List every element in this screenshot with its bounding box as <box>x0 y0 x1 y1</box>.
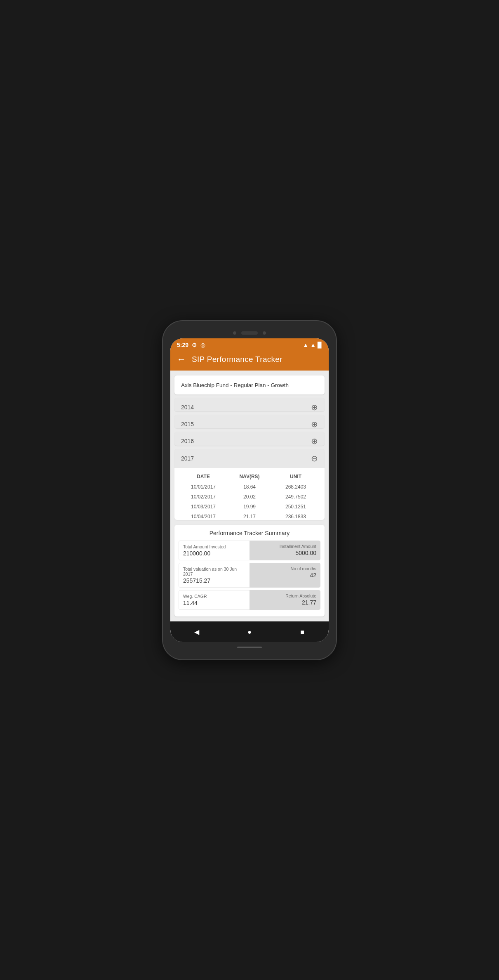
label-total-invested: Total Amount Invested <box>183 544 245 549</box>
table-row: 10/03/2017 19.99 250.1251 <box>177 502 322 512</box>
cast-icon: ◎ <box>200 342 205 348</box>
cell-nav-1: 18.64 <box>227 484 272 490</box>
app-bar: ← SIP Performance Tracker <box>170 350 329 371</box>
phone-shell: 5:29 ⚙ ◎ ▲ ▲ ▉ ← SIP Performance Tracker… <box>163 321 336 659</box>
fund-name-card: Axis Bluechip Fund - Regular Plan - Grow… <box>174 375 325 394</box>
cell-date-2: 10/02/2017 <box>181 494 226 500</box>
home-indicator <box>237 647 262 648</box>
back-button[interactable]: ← <box>177 354 186 365</box>
battery-icon: ▉ <box>318 342 322 348</box>
label-return: Return Absolute <box>254 593 316 598</box>
cell-nav-3: 19.99 <box>227 504 272 510</box>
bottom-nav: ◀ ● ■ <box>170 621 329 642</box>
value-cagr: 11.44 <box>183 600 245 606</box>
year-label-2017: 2017 <box>181 455 194 462</box>
cell-unit-3: 250.1251 <box>273 504 318 510</box>
phone-top <box>170 328 329 338</box>
status-time: 5:29 <box>177 342 188 348</box>
year-header-2017[interactable]: 2017 ⊖ <box>174 449 325 468</box>
nav-back-button[interactable]: ◀ <box>190 626 203 639</box>
year-header-2014[interactable]: 2014 ⊕ <box>174 398 325 411</box>
year-card-2015: 2015 ⊕ <box>174 415 325 428</box>
year-card-2016: 2016 ⊕ <box>174 432 325 445</box>
year-table-2017: DATE NAV(Rs) UNIT 10/01/2017 18.64 268.2… <box>174 468 325 520</box>
label-months: No of months <box>254 566 316 571</box>
table-header-row: DATE NAV(Rs) UNIT <box>177 472 322 482</box>
col-header-unit: UNIT <box>273 474 318 479</box>
fund-name-text: Axis Bluechip Fund - Regular Plan - Grow… <box>181 382 289 388</box>
cell-date-3: 10/03/2017 <box>181 504 226 510</box>
summary-cell-return: Return Absolute 21.77 <box>250 590 320 610</box>
cell-nav-4: 21.17 <box>227 514 272 520</box>
settings-icon: ⚙ <box>192 342 197 348</box>
summary-title: Performance Tracker Summary <box>179 530 320 536</box>
camera-dot <box>233 331 236 335</box>
table-row: 10/01/2017 18.64 268.2403 <box>177 482 322 492</box>
value-valuation: 255715.27 <box>183 577 245 584</box>
col-header-date: DATE <box>181 474 226 479</box>
value-total-invested: 210000.00 <box>183 550 245 557</box>
cell-nav-2: 20.02 <box>227 494 272 500</box>
expand-icon-2016: ⊕ <box>311 437 318 445</box>
value-installment: 5000.00 <box>254 550 316 556</box>
cell-date-1: 10/01/2017 <box>181 484 226 490</box>
year-label-2016: 2016 <box>181 438 194 444</box>
expand-icon-2014: ⊕ <box>311 403 318 411</box>
phone-screen: 5:29 ⚙ ◎ ▲ ▲ ▉ ← SIP Performance Tracker… <box>170 338 329 642</box>
value-return: 21.77 <box>254 599 316 606</box>
col-header-nav: NAV(Rs) <box>227 474 272 479</box>
summary-row-1: Total Amount Invested 210000.00 Installm… <box>179 541 320 560</box>
camera-dot-right <box>263 331 266 335</box>
status-bar: 5:29 ⚙ ◎ ▲ ▲ ▉ <box>170 338 329 350</box>
wifi-icon: ▲ <box>303 342 308 348</box>
year-label-2014: 2014 <box>181 404 194 411</box>
nav-recent-button[interactable]: ■ <box>296 626 309 639</box>
cell-unit-1: 268.2403 <box>273 484 318 490</box>
nav-home-button[interactable]: ● <box>243 626 256 639</box>
year-label-2015: 2015 <box>181 421 194 427</box>
summary-cell-valuation: Total valuation as on 30 Jun 2017 255715… <box>179 563 250 588</box>
table-row: 10/02/2017 20.02 249.7502 <box>177 492 322 502</box>
year-card-2017: 2017 ⊖ DATE NAV(Rs) UNIT 10/01/2017 18.6… <box>174 449 325 520</box>
cell-unit-2: 249.7502 <box>273 494 318 500</box>
year-header-2015[interactable]: 2015 ⊕ <box>174 415 325 428</box>
cell-date-4: 10/04/2017 <box>181 514 226 520</box>
expand-icon-2015: ⊕ <box>311 420 318 428</box>
speaker-grille <box>241 331 258 335</box>
cell-unit-4: 236.1833 <box>273 514 318 520</box>
status-right: ▲ ▲ ▉ <box>303 342 322 348</box>
summary-cell-total-invested: Total Amount Invested 210000.00 <box>179 541 250 560</box>
summary-cell-installment: Installment Amount 5000.00 <box>250 541 320 560</box>
summary-cell-months: No of months 42 <box>250 563 320 588</box>
year-header-2016[interactable]: 2016 ⊕ <box>174 432 325 445</box>
label-valuation: Total valuation as on 30 Jun 2017 <box>183 567 245 576</box>
value-months: 42 <box>254 572 316 579</box>
signal-icon: ▲ <box>310 342 316 348</box>
table-row: 10/04/2017 21.17 236.1833 <box>177 512 322 520</box>
label-installment: Installment Amount <box>254 544 316 549</box>
content-area: Axis Bluechip Fund - Regular Plan - Grow… <box>170 371 329 621</box>
summary-row-3: Weg. CAGR 11.44 Return Absolute 21.77 <box>179 590 320 610</box>
summary-cell-cagr: Weg. CAGR 11.44 <box>179 590 250 610</box>
status-left: 5:29 ⚙ ◎ <box>177 342 205 348</box>
app-bar-title: SIP Performance Tracker <box>192 355 282 364</box>
summary-section: Performance Tracker Summary Total Amount… <box>174 525 325 616</box>
year-card-2014: 2014 ⊕ <box>174 398 325 411</box>
summary-row-2: Total valuation as on 30 Jun 2017 255715… <box>179 563 320 588</box>
label-cagr: Weg. CAGR <box>183 594 245 599</box>
phone-bottom <box>170 643 329 652</box>
collapse-icon-2017: ⊖ <box>311 454 318 463</box>
